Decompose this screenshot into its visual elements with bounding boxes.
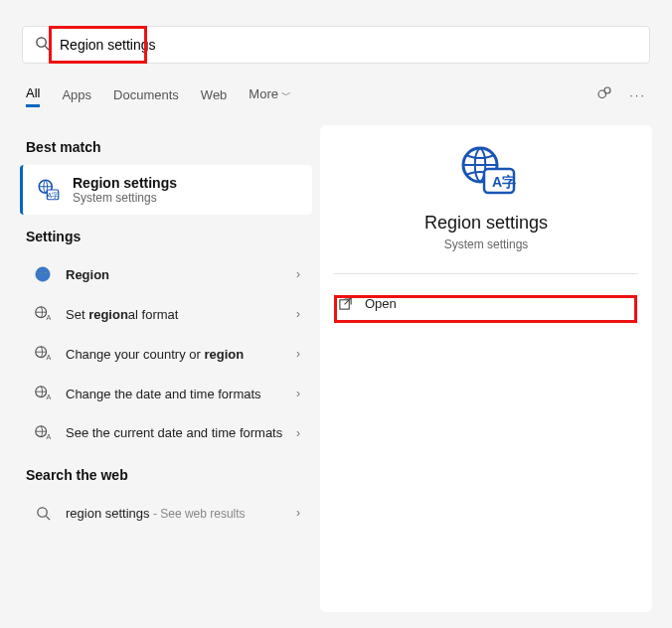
settings-item-label: See the current date and time formats xyxy=(66,425,296,442)
settings-item-region[interactable]: Region › xyxy=(20,254,312,294)
svg-text:A: A xyxy=(47,313,52,322)
settings-item-label: Set regional format xyxy=(66,307,296,322)
svg-text:字: 字 xyxy=(502,174,516,190)
svg-text:A字: A字 xyxy=(47,191,59,200)
region-country-icon: A xyxy=(32,343,54,365)
section-settings: Settings xyxy=(26,229,312,244)
region-settings-icon: A字 xyxy=(35,176,63,204)
result-tabs: All Apps Documents Web More﹀ ··· xyxy=(26,81,646,107)
results-list: Best match A字 Region settings System set… xyxy=(20,125,312,533)
svg-point-17 xyxy=(37,507,46,516)
svg-text:A: A xyxy=(492,174,502,190)
globe-icon xyxy=(32,263,54,285)
best-match-result[interactable]: A字 Region settings System settings xyxy=(20,165,312,215)
best-match-title: Region settings xyxy=(73,175,177,191)
svg-line-18 xyxy=(46,516,50,520)
search-bar[interactable] xyxy=(22,26,650,64)
tab-more[interactable]: More﹀ xyxy=(249,82,291,106)
settings-item-label: Change the date and time formats xyxy=(66,387,296,401)
svg-text:A: A xyxy=(47,392,52,401)
region-date-icon: A xyxy=(32,383,54,404)
tab-web[interactable]: Web xyxy=(201,83,228,106)
chevron-right-icon: › xyxy=(296,347,300,361)
svg-line-1 xyxy=(45,46,49,50)
chevron-right-icon: › xyxy=(296,506,300,520)
search-icon xyxy=(32,502,54,524)
svg-point-3 xyxy=(604,87,610,93)
svg-text:A: A xyxy=(47,353,52,362)
settings-item-date-formats[interactable]: A Change the date and time formats › xyxy=(20,374,312,413)
chevron-right-icon: › xyxy=(296,267,300,281)
details-pane: A 字 Region settings System settings Open xyxy=(320,125,652,612)
section-search-web: Search the web xyxy=(26,467,312,483)
divider xyxy=(334,273,638,274)
search-icon xyxy=(35,36,50,55)
svg-point-0 xyxy=(37,37,46,46)
region-datetime-icon: A xyxy=(32,422,54,444)
open-external-icon xyxy=(338,296,353,311)
settings-item-label: Change your country or region xyxy=(66,347,296,362)
tab-documents[interactable]: Documents xyxy=(113,83,179,106)
details-title: Region settings xyxy=(320,213,652,234)
more-options-icon[interactable]: ··· xyxy=(629,87,646,102)
best-match-subtitle: System settings xyxy=(73,191,177,205)
settings-item-regional-format[interactable]: A Set regional format › xyxy=(20,294,312,334)
tab-all[interactable]: All xyxy=(26,81,40,107)
settings-item-label: Region xyxy=(66,267,296,282)
tab-apps[interactable]: Apps xyxy=(62,83,91,106)
details-subtitle: System settings xyxy=(320,237,652,251)
search-input[interactable] xyxy=(60,37,637,53)
settings-item-country[interactable]: A Change your country or region › xyxy=(20,334,312,374)
settings-item-see-date-time[interactable]: A See the current date and time formats … xyxy=(20,413,312,453)
open-action[interactable]: Open xyxy=(320,288,652,319)
web-result-label: region settings - See web results xyxy=(66,506,296,521)
chevron-down-icon: ﹀ xyxy=(281,89,291,100)
chevron-right-icon: › xyxy=(296,426,300,440)
open-label: Open xyxy=(365,296,397,311)
chevron-right-icon: › xyxy=(296,307,300,321)
section-best-match: Best match xyxy=(26,139,312,155)
details-app-icon: A 字 xyxy=(320,143,652,197)
region-format-icon: A xyxy=(32,303,54,325)
feedback-icon[interactable] xyxy=(595,84,613,105)
web-result-item[interactable]: region settings - See web results › xyxy=(20,493,312,533)
svg-text:A: A xyxy=(47,432,52,441)
chevron-right-icon: › xyxy=(296,387,300,400)
